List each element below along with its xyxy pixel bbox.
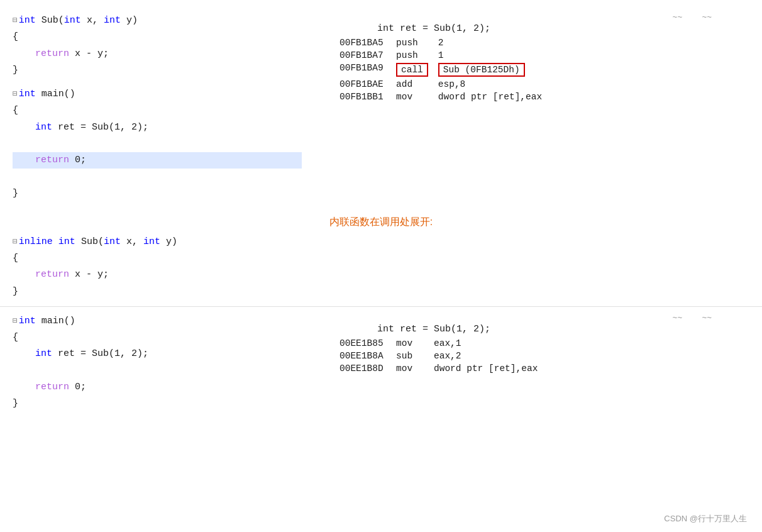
asm-op: mov bbox=[396, 337, 434, 350]
asm-arg: eax,2 bbox=[434, 350, 548, 362]
asm-op: call bbox=[396, 62, 438, 78]
bottom-asm-table: 00EE1B85 mov eax,1 00EE1B8A sub eax,2 00… bbox=[340, 337, 548, 375]
bottom-section: ⊟int main() { int ret = Sub(1, 2); retur… bbox=[0, 306, 762, 419]
asm-arg: dword ptr [ret],eax bbox=[434, 362, 548, 375]
asm-op: push bbox=[396, 36, 438, 49]
asm-arg: 1 bbox=[438, 49, 552, 62]
top-left-code: ⊟int Sub(int x, int y) { return x - y; }… bbox=[13, 13, 314, 202]
top-asm-table: 00FB1BA5 push 2 00FB1BA7 push 1 00FB1BA9… bbox=[340, 36, 552, 103]
bottom-asm-header: int ret = Sub(1, 2); bbox=[340, 324, 749, 335]
asm-row: 00FB1BB1 mov dword ptr [ret],eax bbox=[340, 91, 552, 103]
asm-row: 00FB1BA5 push 2 bbox=[340, 36, 552, 49]
asm-addr: 00EE1B8D bbox=[340, 362, 396, 375]
inline-sub-function-code: ⊟inline int Sub(int x, int y) { return x… bbox=[13, 234, 302, 300]
asm-op: add bbox=[396, 78, 438, 91]
asm-arg: Sub (0FB125Dh) bbox=[438, 62, 552, 78]
bottom-right-asm: ~~ ~~ int ret = Sub(1, 2); 00EE1B85 mov … bbox=[314, 313, 749, 413]
watermark: CSDN @行十万里人生 bbox=[664, 513, 747, 524]
top-right-asm: ~~ ~~ int ret = Sub(1, 2); 00FB1BA5 push… bbox=[314, 13, 749, 202]
top-asm-header: int ret = Sub(1, 2); bbox=[340, 23, 749, 34]
asm-row: 00EE1B8D mov dword ptr [ret],eax bbox=[340, 362, 548, 375]
asm-op: sub bbox=[396, 350, 434, 362]
asm-op: mov bbox=[396, 362, 434, 375]
bottom-asm-hint: ~~ ~~ bbox=[340, 313, 749, 323]
asm-addr: 00FB1BAE bbox=[340, 78, 396, 91]
asm-addr: 00EE1B85 bbox=[340, 337, 396, 350]
asm-addr: 00EE1B8A bbox=[340, 350, 396, 362]
sub-function-code: ⊟int Sub(int x, int y) { return x - y; } bbox=[13, 13, 302, 79]
section-label: 内联函数在调用处展开: bbox=[0, 208, 762, 234]
asm-addr: 00FB1BA5 bbox=[340, 36, 396, 49]
bottom-main-function-code: ⊟int main() { int ret = Sub(1, 2); retur… bbox=[13, 313, 302, 413]
asm-row: 00FB1BAE add esp,8 bbox=[340, 78, 552, 91]
page-container: ⊟int Sub(int x, int y) { return x - y; }… bbox=[0, 6, 762, 418]
top-section: ⊟int Sub(int x, int y) { return x - y; }… bbox=[0, 6, 762, 208]
asm-arg: dword ptr [ret],eax bbox=[438, 91, 552, 103]
asm-arg: esp,8 bbox=[438, 78, 552, 91]
call-target: Sub (0FB125Dh) bbox=[438, 63, 525, 77]
bottom-left-code: ⊟int main() { int ret = Sub(1, 2); retur… bbox=[13, 313, 314, 413]
top-asm-hint: ~~ ~~ bbox=[340, 13, 749, 22]
asm-addr: 00FB1BA7 bbox=[340, 49, 396, 62]
asm-arg: eax,1 bbox=[434, 337, 548, 350]
inline-section: ⊟inline int Sub(int x, int y) { return x… bbox=[0, 234, 762, 306]
main-function-code: ⊟int main() { int ret = Sub(1, 2); retur… bbox=[13, 86, 302, 202]
asm-arg: 2 bbox=[438, 36, 552, 49]
asm-row-highlighted: 00FB1BA9 call Sub (0FB125Dh) bbox=[340, 62, 552, 78]
call-instruction: call bbox=[396, 63, 428, 77]
asm-row: 00FB1BA7 push 1 bbox=[340, 49, 552, 62]
asm-row: 00EE1B8A sub eax,2 bbox=[340, 350, 548, 362]
asm-row: 00EE1B85 mov eax,1 bbox=[340, 337, 548, 350]
asm-addr: 00FB1BB1 bbox=[340, 91, 396, 103]
asm-addr: 00FB1BA9 bbox=[340, 62, 396, 78]
asm-op: mov bbox=[396, 91, 438, 103]
asm-op: push bbox=[396, 49, 438, 62]
inline-left-code: ⊟inline int Sub(int x, int y) { return x… bbox=[13, 234, 314, 300]
